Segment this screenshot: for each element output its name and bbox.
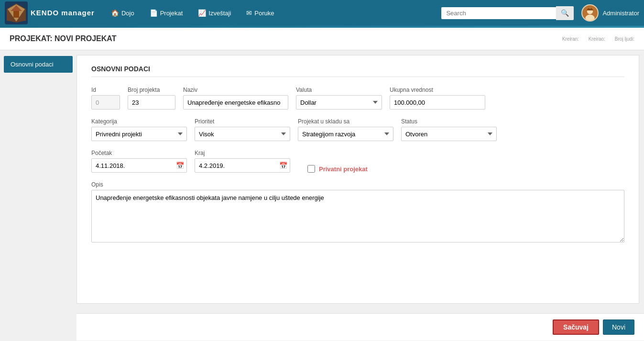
form-row-2: Kategorija Privredni projekti Infrastruk… bbox=[91, 118, 624, 141]
field-prioritet: Prioritet Visok Srednji Nizak bbox=[195, 118, 290, 141]
kategorija-select[interactable]: Privredni projekti Infrastrukturni proje… bbox=[91, 127, 187, 141]
sidebar: Osnovni podaci bbox=[0, 50, 76, 341]
svg-point-7 bbox=[586, 15, 595, 22]
svg-rect-3 bbox=[13, 10, 19, 18]
field-valuta: Valuta Dollar Euro RSD bbox=[296, 87, 382, 110]
navbar: KENDO manager 🏠 Dojo 📄 Projekat 📈 Izvešt… bbox=[0, 0, 644, 26]
ukupna-vrednost-label: Ukupna vrednost bbox=[390, 87, 485, 93]
content-layout: Osnovni podaci OSNOVNI PODACI Id Broj pr… bbox=[0, 50, 644, 341]
kraj-calendar-icon[interactable]: 📅 bbox=[279, 162, 287, 169]
search-button[interactable]: 🔍 bbox=[556, 6, 574, 20]
broj-projekta-label: Broj projekta bbox=[128, 87, 175, 93]
chart-icon: 📈 bbox=[198, 9, 206, 17]
naziv-label: Naziv bbox=[183, 87, 288, 93]
id-input[interactable] bbox=[91, 95, 120, 110]
nav-dojo[interactable]: 🏠 Dojo bbox=[104, 6, 141, 20]
kategorija-label: Kategorija bbox=[91, 118, 187, 125]
meta-kreirao: Kreirao: bbox=[589, 36, 605, 42]
broj-projekta-input[interactable] bbox=[128, 95, 175, 110]
nav-projekat[interactable]: 📄 Projekat bbox=[143, 6, 190, 20]
nav-projekat-label: Projekat bbox=[160, 10, 183, 17]
logo-text: KENDO manager bbox=[31, 9, 95, 17]
main-form: OSNOVNI PODACI Id Broj projekta Naziv Va… bbox=[76, 55, 639, 304]
section-title: OSNOVNI PODACI bbox=[91, 65, 624, 77]
nav-menu: 🏠 Dojo 📄 Projekat 📈 Izveštaji ✉ Poruke bbox=[104, 6, 442, 20]
nav-izvestaji-label: Izveštaji bbox=[208, 10, 231, 17]
mail-icon: ✉ bbox=[246, 9, 252, 17]
new-button[interactable]: Novi bbox=[603, 319, 634, 335]
valuta-select[interactable]: Dollar Euro RSD bbox=[296, 95, 382, 110]
user-menu[interactable]: Administrator bbox=[581, 4, 639, 22]
home-icon: 🏠 bbox=[111, 9, 119, 17]
projekat-u-skladu-select[interactable]: Strategijom razvoja Budžetom Planom razv… bbox=[298, 127, 393, 141]
field-naziv: Naziv bbox=[183, 87, 288, 110]
field-opis: Opis Unapređenje energetske efikasnosti … bbox=[91, 181, 624, 242]
nav-poruke[interactable]: ✉ Poruke bbox=[240, 6, 281, 20]
pocetak-label: Početak bbox=[91, 150, 187, 156]
field-id: Id bbox=[91, 87, 120, 110]
prioritet-select[interactable]: Visok Srednji Nizak bbox=[195, 127, 290, 141]
kraj-wrapper: 📅 bbox=[195, 158, 290, 173]
user-name: Administrator bbox=[602, 10, 639, 17]
sidebar-item-osnovni-podaci[interactable]: Osnovni podaci bbox=[4, 56, 73, 73]
page-header: PROJEKAT: NOVI PROJEKAT Kreiran: Kreirao… bbox=[0, 28, 644, 50]
nav-poruke-label: Poruke bbox=[254, 10, 274, 17]
page-meta: Kreiran: Kreirao: Broj ljudi: bbox=[562, 36, 634, 42]
privatni-label: Privatni projekat bbox=[319, 165, 368, 173]
kreiran-label: Kreiran: bbox=[562, 36, 579, 42]
pocetak-input[interactable] bbox=[91, 158, 187, 173]
page-title: PROJEKAT: NOVI PROJEKAT bbox=[10, 34, 116, 43]
field-kraj: Kraj 📅 bbox=[195, 150, 290, 173]
field-pocetak: Početak 📅 bbox=[91, 150, 187, 173]
field-ukupna-vrednost: Ukupna vrednost bbox=[390, 87, 485, 110]
ukupna-vrednost-input[interactable] bbox=[390, 95, 485, 110]
search-input[interactable] bbox=[441, 7, 556, 19]
logo[interactable]: KENDO manager bbox=[5, 1, 95, 24]
valuta-label: Valuta bbox=[296, 87, 382, 93]
avatar bbox=[581, 4, 599, 22]
field-broj-projekta: Broj projekta bbox=[128, 87, 175, 110]
sidebar-item-label: Osnovni podaci bbox=[11, 61, 54, 68]
nav-dojo-label: Dojo bbox=[121, 10, 134, 17]
kraj-input[interactable] bbox=[195, 158, 290, 173]
id-label: Id bbox=[91, 87, 120, 93]
field-kategorija: Kategorija Privredni projekti Infrastruk… bbox=[91, 118, 187, 141]
meta-broj-ljudi: Broj ljudi: bbox=[615, 36, 634, 42]
pocetak-wrapper: 📅 bbox=[91, 158, 187, 173]
status-select[interactable]: Otvoren Zatvoren Na čekanju bbox=[401, 127, 497, 141]
status-label: Status bbox=[401, 118, 497, 125]
kreirao-label: Kreirao: bbox=[589, 36, 605, 42]
document-icon: 📄 bbox=[150, 9, 158, 17]
projekat-u-skladu-label: Projekat u skladu sa bbox=[298, 118, 393, 125]
form-footer: Sačuvaj Novi bbox=[76, 313, 644, 341]
meta-kreiran: Kreiran: bbox=[562, 36, 579, 42]
form-row-3: Početak 📅 Kraj 📅 Privatni projekat bbox=[91, 150, 624, 173]
search-container: 🔍 bbox=[441, 6, 574, 20]
nav-izvestaji[interactable]: 📈 Izveštaji bbox=[191, 6, 238, 20]
broj-ljudi-label: Broj ljudi: bbox=[615, 36, 634, 42]
field-projekat-u-skladu: Projekat u skladu sa Strategijom razvoja… bbox=[298, 118, 393, 141]
field-status: Status Otvoren Zatvoren Na čekanju bbox=[401, 118, 497, 141]
privatni-checkbox[interactable] bbox=[307, 165, 315, 173]
private-row: Privatni projekat bbox=[307, 165, 368, 173]
prioritet-label: Prioritet bbox=[195, 118, 290, 125]
naziv-input[interactable] bbox=[183, 95, 288, 110]
pocetak-calendar-icon[interactable]: 📅 bbox=[176, 162, 184, 169]
save-button[interactable]: Sačuvaj bbox=[553, 319, 599, 335]
kraj-label: Kraj bbox=[195, 150, 290, 156]
opis-textarea[interactable]: Unapređenje energetske efikasnosti objek… bbox=[91, 190, 624, 242]
opis-label: Opis bbox=[91, 181, 624, 188]
form-row-1: Id Broj projekta Naziv Valuta Dollar Eur… bbox=[91, 87, 624, 110]
